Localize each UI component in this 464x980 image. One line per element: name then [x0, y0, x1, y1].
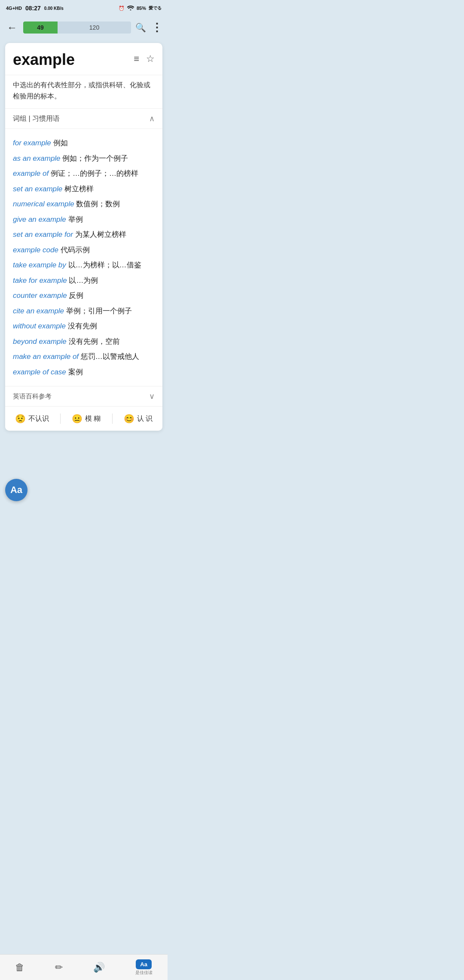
- phrase-en: beyond example: [13, 337, 67, 346]
- phrase-item[interactable]: example of case 案例: [13, 367, 155, 378]
- word-title: example: [13, 51, 75, 69]
- phrase-en: as an example: [13, 154, 61, 162]
- phrase-item[interactable]: set an example for 为某人树立榜样: [13, 229, 155, 240]
- phrase-en: numerical example: [13, 200, 74, 208]
- phrases-collapse-icon: ∧: [149, 114, 155, 123]
- known-icon: 😊: [124, 413, 134, 424]
- more-icon[interactable]: ⋮: [151, 21, 162, 34]
- phrase-en: cite an example: [13, 307, 64, 315]
- star-icon[interactable]: ☆: [146, 53, 155, 64]
- phrases-section-header[interactable]: 词组 | 习惯用语 ∧: [5, 109, 162, 129]
- phrase-zh: 例证；…的例子；…的榜样: [51, 169, 138, 178]
- phrase-item[interactable]: beyond example 没有先例，空前: [13, 336, 155, 347]
- encyclopedia-section-header[interactable]: 英语百科参考 ∨: [5, 386, 162, 406]
- phrase-item[interactable]: set an example 树立榜样: [13, 184, 155, 195]
- search-icon[interactable]: 🔍: [135, 22, 146, 33]
- phrase-en: for example: [13, 139, 51, 147]
- phrase-item[interactable]: without example 没有先例: [13, 321, 155, 332]
- carrier-text: 4G+HD: [6, 6, 22, 11]
- known-label: 认 识: [137, 414, 153, 423]
- phrase-zh: 树立榜样: [64, 185, 94, 193]
- phrase-item[interactable]: example code 代码示例: [13, 245, 155, 256]
- vague-label: 模 糊: [85, 414, 101, 423]
- progress-bar: 49 120: [23, 21, 131, 34]
- recog-divider-2: [112, 413, 113, 424]
- menu-icon[interactable]: ≡: [134, 53, 139, 64]
- word-definition: 中选出的有代表性部分，或指供科研、化验或检验用的标本。: [5, 75, 162, 109]
- phrase-item[interactable]: counter example 反例: [13, 290, 155, 301]
- phrase-item[interactable]: cite an example 举例；引用一个例子: [13, 306, 155, 317]
- phrase-zh: 例如；作为一个例子: [62, 154, 128, 162]
- progress-remaining: 120: [58, 24, 131, 31]
- phrase-en: without example: [13, 322, 66, 330]
- status-left: 4G+HD 08:27 0.00 KB/s: [6, 5, 64, 12]
- phrase-zh: 惩罚…以警戒他人: [81, 352, 139, 361]
- phrase-en: counter example: [13, 291, 67, 300]
- phrase-item[interactable]: make an example of 惩罚…以警戒他人: [13, 351, 155, 362]
- recog-divider-1: [60, 413, 61, 424]
- phrase-zh: 举例；引用一个例子: [66, 307, 132, 315]
- speed-text: 0.00 KB/s: [44, 6, 64, 11]
- nav-icons: 🔍 ⋮: [135, 21, 162, 34]
- phrase-en: example of case: [13, 368, 66, 376]
- word-header: example ≡ ☆: [5, 43, 162, 75]
- carrier2-text: 愛でる: [149, 5, 162, 11]
- phrase-en: make an example of: [13, 352, 79, 361]
- phrase-item[interactable]: as an example 例如；作为一个例子: [13, 153, 155, 164]
- phrase-zh: 数值例；数例: [76, 200, 120, 208]
- phrase-item[interactable]: numerical example 数值例；数例: [13, 199, 155, 210]
- progress-filled: 49: [23, 21, 58, 34]
- wifi-icon: [127, 5, 134, 11]
- vague-button[interactable]: 😐 模 糊: [72, 413, 101, 424]
- status-right: ⏰ 85% 愛でる: [119, 5, 162, 11]
- nav-bar: ← 49 120 🔍 ⋮: [0, 15, 168, 40]
- encyclopedia-expand-icon: ∨: [149, 392, 155, 401]
- phrase-zh: 以…为例: [69, 276, 98, 285]
- phrase-en: give an example: [13, 215, 66, 224]
- unknown-button[interactable]: 😟 不认识: [15, 413, 49, 424]
- vague-icon: 😐: [72, 413, 82, 424]
- phrase-zh: 没有先例: [68, 322, 97, 330]
- phrase-zh: 代码示例: [61, 246, 90, 254]
- recognition-bar: 😟 不认识 😐 模 糊 😊 认 识: [5, 406, 162, 431]
- phrase-zh: 案例: [68, 368, 83, 376]
- status-bar: 4G+HD 08:27 0.00 KB/s ⏰ 85% 愛でる: [0, 0, 168, 15]
- phrase-en: set an example: [13, 185, 62, 193]
- word-header-icons: ≡ ☆: [134, 53, 155, 64]
- unknown-label: 不认识: [28, 414, 49, 423]
- phrase-en: set an example for: [13, 230, 73, 239]
- phrase-item[interactable]: give an example 举例: [13, 214, 155, 225]
- phrase-zh: 没有先例，空前: [69, 337, 120, 346]
- phrase-en: example code: [13, 246, 58, 254]
- alarm-icon: ⏰: [119, 6, 125, 11]
- phrase-zh: 为某人树立榜样: [75, 230, 126, 239]
- unknown-icon: 😟: [15, 413, 26, 424]
- phrase-list: for example 例如as an example 例如；作为一个例子exa…: [5, 129, 162, 386]
- encyclopedia-title: 英语百科参考: [13, 392, 52, 401]
- phrase-en: take example by: [13, 261, 66, 269]
- battery-text: 85%: [137, 6, 146, 11]
- phrases-title: 词组 | 习惯用语: [13, 114, 60, 123]
- main-card: example ≡ ☆ 中选出的有代表性部分，或指供科研、化验或检验用的标本。 …: [5, 43, 162, 431]
- phrase-en: take for example: [13, 276, 67, 285]
- phrase-item[interactable]: for example 例如: [13, 138, 155, 149]
- phrase-en: example of: [13, 169, 49, 178]
- phrase-item[interactable]: take for example 以…为例: [13, 275, 155, 286]
- phrase-zh: 以…为榜样；以…借鉴: [68, 261, 141, 269]
- phrase-zh: 例如: [53, 139, 68, 147]
- phrase-item[interactable]: take example by 以…为榜样；以…借鉴: [13, 260, 155, 271]
- time-text: 08:27: [25, 5, 41, 12]
- phrase-item[interactable]: example of 例证；…的例子；…的榜样: [13, 168, 155, 179]
- phrase-zh: 举例: [68, 215, 83, 224]
- back-button[interactable]: ←: [5, 20, 19, 35]
- phrase-zh: 反例: [69, 291, 83, 300]
- known-button[interactable]: 😊 认 识: [124, 413, 153, 424]
